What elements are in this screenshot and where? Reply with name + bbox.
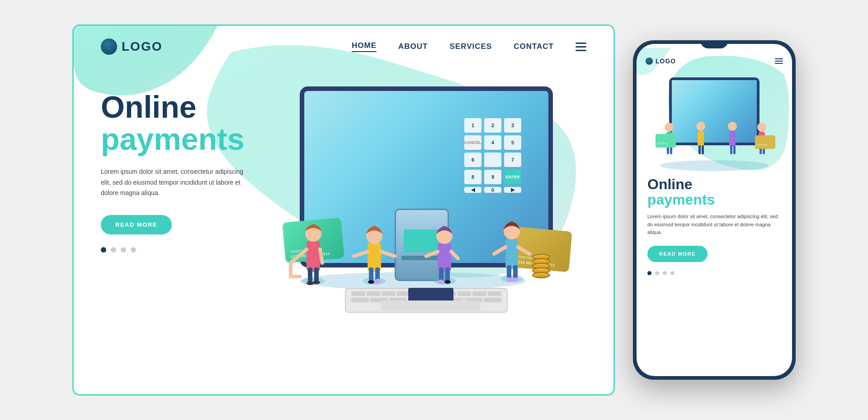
desktop-mockup: LOGO HOME ABOUT SERVICES CONTACT Online … [72,24,615,396]
hero-illustration: 1 2 3 CANCEL 4 5 6 7 8 9 ENTER [264,73,586,335]
mobile-dot-3[interactable] [663,271,667,275]
people-illustration [277,154,548,290]
monitor-base [381,301,481,310]
nav-contact[interactable]: CONTACT [514,42,554,51]
hero-description: Lorem ipsum dolor sit amet, consectetur … [101,167,245,199]
mobile-dot-2[interactable] [655,271,659,275]
hero-section: Online payments Lorem ipsum dolor sit am… [74,55,613,335]
key-5: 5 [504,135,521,150]
hero-title-line1: Online [101,90,197,124]
svg-point-14 [433,277,456,285]
svg-rect-22 [505,238,518,269]
hamburger-menu[interactable] [576,43,586,51]
mobile-description: Lorem ipsum dolor sit amet, consectetur … [647,213,778,237]
svg-rect-15 [438,243,451,272]
mobile-dot-1[interactable] [647,271,651,275]
svg-point-37 [728,122,737,131]
mobile-pagination-dots [647,271,781,275]
svg-rect-1 [307,240,320,272]
svg-point-29 [665,123,674,132]
mobile-hamburger[interactable] [775,58,783,64]
key-1: 1 [464,118,481,133]
dot-4[interactable] [131,247,136,253]
svg-point-5 [313,281,320,284]
svg-point-21 [501,275,524,282]
hero-title-line2: payments [101,122,244,156]
navbar: LOGO HOME ABOUT SERVICES CONTACT [74,26,613,55]
mobile-logo-text: LOGO [656,57,676,65]
svg-point-19 [444,280,451,284]
svg-point-28 [660,160,769,171]
svg-text:1234 5678: 1234 5678 [657,142,668,145]
mobile-people: 1234 5678 1234 5678 [642,91,787,172]
svg-point-41 [757,123,766,132]
mobile-inner: LOGO [637,44,792,376]
key-2: 2 [484,118,501,133]
nav-links: HOME ABOUT SERVICES CONTACT [352,41,586,52]
mobile-dot-4[interactable] [670,271,675,275]
mobile-logo-area[interactable]: LOGO [646,57,676,65]
dot-3[interactable] [121,247,126,253]
dot-1[interactable] [101,247,106,253]
svg-point-7 [363,277,386,285]
hero-title: Online payments [101,91,273,156]
mobile-title: Online payments [647,177,781,207]
svg-point-4 [307,282,314,285]
key-4: 4 [484,135,501,150]
svg-rect-8 [368,243,381,272]
pagination-dots [101,247,273,253]
mobile-read-more-button[interactable]: READ MORE [647,246,708,262]
hero-text: Online payments Lorem ipsum dolor sit am… [101,73,273,253]
svg-rect-40 [733,145,736,154]
logo-text: LOGO [122,39,162,54]
nav-home[interactable]: HOME [352,41,377,52]
read-more-button[interactable]: READ MORE [101,215,172,234]
svg-rect-38 [729,131,736,147]
key-cancel: CANCEL [464,135,481,150]
svg-rect-2 [308,267,312,283]
mobile-hero-image: 1234 5678 1234 5678 [637,68,792,172]
mobile-mockup: LOGO [633,40,796,380]
key-3: 3 [504,118,521,133]
svg-rect-36 [702,145,704,154]
svg-rect-9 [369,267,373,282]
svg-rect-17 [445,267,450,282]
svg-point-11 [368,280,374,284]
svg-rect-39 [730,145,732,154]
svg-point-33 [696,122,705,131]
svg-rect-47 [755,135,775,149]
dot-2[interactable] [111,247,116,253]
svg-rect-35 [698,145,701,154]
mobile-title-line2: payments [647,191,715,208]
logo-area[interactable]: LOGO [101,38,162,55]
mobile-notch [701,40,728,48]
mobile-content: Online payments Lorem ipsum dolor sit am… [637,172,792,284]
svg-rect-45 [656,134,676,148]
svg-text:1234 5678: 1234 5678 [756,143,767,146]
nav-about[interactable]: ABOUT [398,42,428,51]
svg-rect-34 [698,131,704,147]
logo-icon [101,38,117,55]
mobile-title-line1: Online [647,176,693,192]
mobile-logo-icon [646,57,653,65]
nav-services[interactable]: SERVICES [449,42,492,51]
